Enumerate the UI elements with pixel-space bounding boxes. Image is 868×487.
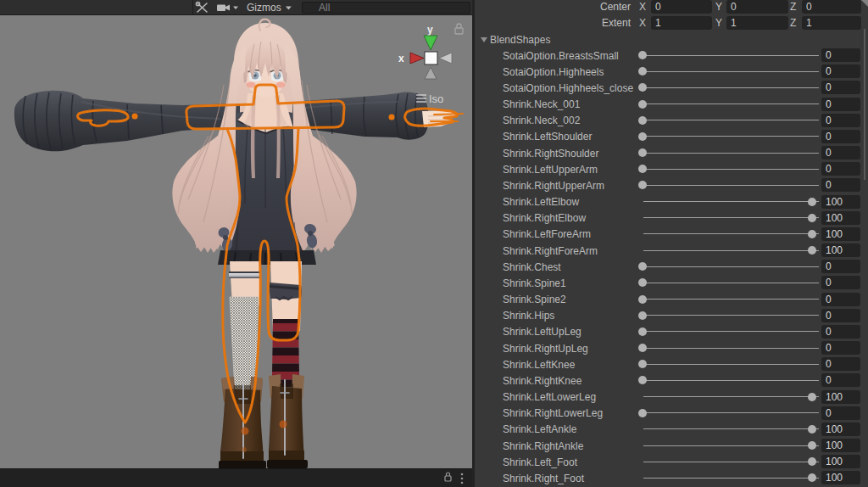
svg-text:Iso: Iso bbox=[429, 92, 443, 105]
svg-text:y: y bbox=[427, 24, 433, 36]
svg-text:x: x bbox=[398, 53, 404, 64]
